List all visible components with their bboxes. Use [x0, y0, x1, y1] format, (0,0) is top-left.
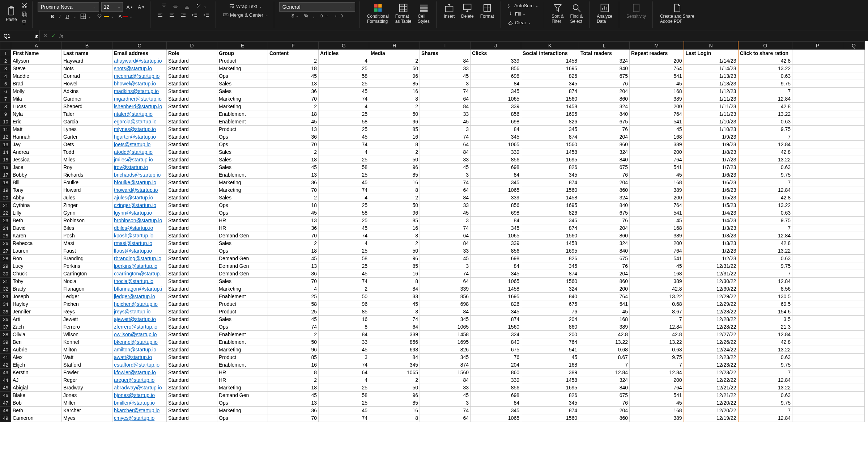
- insert-button[interactable]: Insert: [442, 2, 457, 20]
- cell[interactable]: 826: [420, 346, 471, 354]
- cell[interactable]: 345: [521, 217, 579, 224]
- column-header[interactable]: L: [579, 42, 630, 50]
- cell[interactable]: 70: [268, 141, 319, 148]
- cell[interactable]: Standard: [167, 354, 217, 361]
- cell[interactable]: 85: [369, 171, 420, 179]
- cell[interactable]: Bobby: [11, 171, 62, 179]
- cell[interactable]: 25: [319, 262, 369, 270]
- cell[interactable]: Beth: [11, 217, 62, 224]
- cell[interactable]: Jessica: [11, 156, 62, 164]
- cell[interactable]: tnocia@startup.io: [112, 278, 167, 285]
- cell[interactable]: 541: [630, 392, 684, 399]
- cell[interactable]: 204: [521, 316, 579, 323]
- row-header[interactable]: 20: [0, 194, 11, 202]
- cell[interactable]: [843, 354, 865, 361]
- cell[interactable]: 168: [630, 407, 684, 414]
- cell[interactable]: Mila: [11, 95, 62, 103]
- cell[interactable]: 12/23/22: [684, 369, 738, 376]
- cancel-icon[interactable]: ✕: [43, 33, 48, 39]
- header-cell[interactable]: Email address: [112, 50, 167, 57]
- cell[interactable]: 389: [630, 414, 684, 422]
- cell[interactable]: Ops: [217, 72, 268, 80]
- cell[interactable]: Standard: [167, 316, 217, 323]
- row-header[interactable]: 3: [0, 65, 11, 72]
- cell[interactable]: 874: [521, 224, 579, 232]
- cell[interactable]: 13: [268, 262, 319, 270]
- row-header[interactable]: 38: [0, 331, 11, 338]
- cell[interactable]: 45: [319, 346, 369, 354]
- cell[interactable]: 8: [369, 278, 420, 285]
- cell[interactable]: 74: [268, 323, 319, 331]
- cell[interactable]: 840: [471, 338, 521, 346]
- cell[interactable]: 45: [630, 80, 684, 88]
- cell[interactable]: 840: [579, 110, 630, 118]
- cell[interactable]: Standard: [167, 323, 217, 331]
- row-header[interactable]: 9: [0, 110, 11, 118]
- row-header[interactable]: 25: [0, 232, 11, 240]
- cell[interactable]: 0.63: [738, 209, 792, 217]
- cell[interactable]: Demand Gen: [217, 262, 268, 270]
- cell[interactable]: Product: [217, 300, 268, 308]
- cell-styles-button[interactable]: CellStyles: [416, 2, 432, 25]
- cell[interactable]: [792, 300, 843, 308]
- cell[interactable]: 12/21/22: [684, 392, 738, 399]
- cell[interactable]: [792, 308, 843, 316]
- cell[interactable]: egarcia@startup.io: [112, 118, 167, 126]
- cell[interactable]: 3: [420, 80, 471, 88]
- row-header[interactable]: 33: [0, 293, 11, 300]
- cell[interactable]: 826: [521, 209, 579, 217]
- cell[interactable]: Nyla: [11, 110, 62, 118]
- column-header[interactable]: M: [630, 42, 684, 50]
- cell[interactable]: 339: [471, 194, 521, 202]
- cell[interactable]: bjones@startup.io: [112, 392, 167, 399]
- cell[interactable]: Hayley: [11, 300, 62, 308]
- cell[interactable]: 389: [521, 369, 579, 376]
- cell[interactable]: 2: [369, 148, 420, 156]
- row-header[interactable]: 10: [0, 118, 11, 126]
- cell[interactable]: Enablement: [217, 331, 268, 338]
- cell[interactable]: kfowler@startup.io: [112, 369, 167, 376]
- header-cell[interactable]: Clicks: [471, 50, 521, 57]
- cell[interactable]: 345: [471, 270, 521, 278]
- cell[interactable]: [792, 179, 843, 186]
- cell[interactable]: Alex: [11, 354, 62, 361]
- sort-filter-button[interactable]: Sort &Filter: [549, 2, 566, 25]
- cell[interactable]: 45: [319, 407, 369, 414]
- decrease-indent-icon[interactable]: [190, 11, 200, 19]
- cell[interactable]: 541: [630, 209, 684, 217]
- cell[interactable]: 69.5: [738, 300, 792, 308]
- cell[interactable]: Bradway: [62, 384, 112, 392]
- row-header[interactable]: 16: [0, 164, 11, 171]
- cell[interactable]: [792, 217, 843, 224]
- cell[interactable]: Standard: [167, 80, 217, 88]
- cell[interactable]: 8: [319, 323, 369, 331]
- cell[interactable]: 874: [521, 133, 579, 141]
- cell[interactable]: 3: [369, 308, 420, 316]
- cell[interactable]: [792, 103, 843, 110]
- cell[interactable]: kposh@startup.io: [112, 232, 167, 240]
- cell[interactable]: 12/26/22: [684, 338, 738, 346]
- cell[interactable]: Ops: [217, 202, 268, 209]
- cell[interactable]: 13.22: [738, 156, 792, 164]
- cell[interactable]: 698: [471, 209, 521, 217]
- cell[interactable]: Robinson: [62, 217, 112, 224]
- merge-center-button[interactable]: Merge & Center⌄: [221, 11, 269, 19]
- cell[interactable]: 9.75: [738, 262, 792, 270]
- cell[interactable]: 1065: [420, 323, 471, 331]
- cell[interactable]: Demand Gen: [217, 270, 268, 278]
- cell[interactable]: 33: [420, 202, 471, 209]
- cell[interactable]: 3: [420, 217, 471, 224]
- cell[interactable]: [843, 148, 865, 156]
- cell[interactable]: [792, 255, 843, 262]
- cell[interactable]: 840: [579, 65, 630, 72]
- cell[interactable]: Lilly: [11, 209, 62, 217]
- cell[interactable]: 764: [630, 202, 684, 209]
- cell[interactable]: 1458: [521, 57, 579, 65]
- cell[interactable]: 16: [369, 407, 420, 414]
- cell[interactable]: madkins@startup.io: [112, 88, 167, 95]
- cell[interactable]: 1458: [521, 194, 579, 202]
- cell[interactable]: [792, 399, 843, 407]
- cell[interactable]: 874: [521, 179, 579, 186]
- cell[interactable]: [843, 308, 865, 316]
- cell[interactable]: 12/28/22: [684, 323, 738, 331]
